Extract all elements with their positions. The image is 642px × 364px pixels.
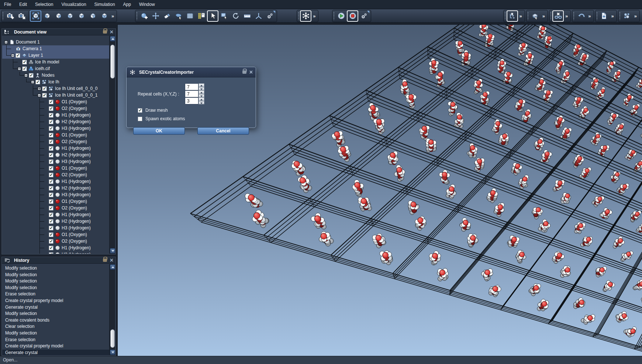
visibility-checkbox[interactable] (15, 53, 20, 58)
document-view-button[interactable] (507, 11, 518, 21)
visibility-checkbox[interactable] (49, 226, 54, 230)
spinbox-value[interactable]: 7 (185, 83, 199, 90)
editor-settings-button[interactable] (265, 11, 275, 21)
visibility-checkbox[interactable] (49, 133, 54, 138)
visibility-checkbox[interactable] (42, 86, 47, 91)
tree-row[interactable]: O2 (Oxygen) (2, 171, 109, 178)
scroll-down-button[interactable] (110, 248, 115, 253)
tree-row[interactable]: O2 (Oxygen) (2, 205, 109, 211)
nanotube-creator-button[interactable] (184, 11, 195, 21)
tree-row[interactable]: H2 (Hydrogen) (2, 218, 109, 225)
hide-selection-button[interactable] (553, 11, 563, 21)
collapse-handle[interactable] (38, 94, 41, 97)
pointer-select-button[interactable] (207, 11, 218, 21)
visibility-checkbox[interactable] (49, 186, 54, 191)
collapse-handle[interactable] (24, 74, 28, 77)
layers-button[interactable] (530, 11, 541, 21)
tree-row[interactable]: H2 (Hydrogen) (2, 185, 109, 191)
repeat-cells-spinbox-y[interactable]: 7 (185, 90, 204, 97)
add-document-button[interactable] (599, 11, 610, 21)
visibility-checkbox[interactable] (49, 179, 54, 184)
tree-row[interactable]: O2 (Oxygen) (2, 138, 109, 145)
view-preset-1-button[interactable] (42, 11, 52, 21)
tree-row[interactable]: Ice Ih Unit cell_0_0_1 (2, 92, 109, 98)
tree-row[interactable]: Ice Ih (2, 79, 109, 85)
axes-tool-button[interactable] (253, 11, 264, 21)
tree-row[interactable]: Layer 1 (2, 52, 109, 59)
history-scrollbar[interactable] (109, 264, 115, 355)
tree-row[interactable]: H3 (Hydrogen) (2, 191, 109, 198)
tree-row[interactable]: H1 (Hydrogen) (2, 112, 109, 118)
undo-button[interactable] (576, 11, 586, 21)
history-item[interactable]: Modify selection (2, 278, 109, 285)
lock-icon[interactable] (103, 30, 107, 34)
spin-down-button[interactable] (199, 87, 204, 91)
expand-handle[interactable] (38, 87, 41, 90)
visibility-checkbox[interactable] (49, 246, 54, 250)
tree-row[interactable]: O2 (Oxygen) (2, 105, 109, 112)
history-item[interactable]: Generate crystal (2, 350, 109, 355)
move-tool-button[interactable] (150, 11, 161, 21)
crystal-importer-button[interactable] (300, 11, 311, 21)
spinbox-value[interactable]: 3 (185, 97, 199, 104)
menu-simulation[interactable]: Simulation (90, 0, 119, 9)
close-icon[interactable]: × (249, 70, 253, 75)
history-item[interactable]: Erase selection (2, 337, 109, 343)
menu-edit[interactable]: Edit (15, 0, 31, 9)
cancel-button[interactable]: Cancel (197, 127, 249, 135)
toolbar-overflow-chevron[interactable]: » (633, 13, 638, 19)
add-atom-button[interactable] (139, 11, 149, 21)
visibility-checkbox[interactable] (49, 252, 54, 254)
visibility-checkbox[interactable] (49, 139, 54, 144)
view-preset-3-button[interactable] (65, 11, 75, 21)
repeat-cells-spinbox-z[interactable]: 3 (185, 97, 204, 104)
visibility-checkbox[interactable] (29, 73, 34, 78)
history-item[interactable]: Modify selection (2, 265, 109, 272)
rotate-tool-button[interactable] (230, 11, 241, 21)
toolbar-overflow-chevron[interactable]: » (110, 13, 115, 19)
collapse-handle[interactable] (4, 41, 8, 44)
history-item[interactable]: Clear selection (2, 323, 109, 330)
view-preset-2-button[interactable] (53, 11, 64, 21)
spawn-exotic-atoms-checkbox[interactable] (138, 117, 142, 121)
dialog-title-bar[interactable]: SECrystalCreatorImporter × (127, 67, 256, 77)
view-preset-5-button[interactable] (87, 11, 98, 21)
toolbar-overflow-chevron[interactable]: » (564, 13, 569, 19)
tree-row[interactable]: H2 (Hydrogen) (2, 251, 109, 254)
visibility-checkbox[interactable] (49, 219, 54, 224)
visibility-checkbox[interactable] (35, 80, 40, 84)
close-icon[interactable]: × (110, 30, 113, 35)
collapse-handle[interactable] (11, 54, 14, 57)
add-camera-button[interactable] (5, 11, 15, 21)
tree-row[interactable]: Document 1 (2, 39, 109, 45)
tree-row[interactable]: O2 (Oxygen) (2, 238, 109, 245)
history-item[interactable]: Create covalent bonds (2, 317, 109, 324)
visibility-checkbox[interactable] (22, 66, 27, 71)
ok-button[interactable]: OK (133, 127, 185, 135)
lock-icon[interactable] (242, 70, 246, 74)
toolbar-overflow-chevron[interactable]: » (311, 13, 317, 19)
tree-row[interactable]: Ice Ih model (2, 59, 109, 65)
visibility-checkbox[interactable] (49, 113, 54, 118)
measure-tool-button[interactable] (242, 11, 252, 21)
menu-file[interactable]: File (0, 0, 15, 9)
collapse-handle[interactable] (18, 67, 21, 70)
tree-row[interactable]: O1 (Oxygen) (2, 132, 109, 138)
menu-selection[interactable]: Selection (31, 0, 57, 9)
menu-app[interactable]: App (119, 0, 135, 9)
tree-row[interactable]: O1 (Oxygen) (2, 198, 109, 205)
visibility-checkbox[interactable] (49, 212, 54, 217)
visibility-checkbox[interactable] (49, 126, 54, 131)
spin-up-button[interactable] (199, 97, 204, 101)
visibility-checkbox[interactable] (49, 106, 54, 111)
toolbar-overflow-chevron[interactable]: » (541, 13, 546, 19)
tree-row[interactable]: H3 (Hydrogen) (2, 225, 109, 231)
tree-row[interactable]: icelh.cif (2, 65, 109, 72)
toolbar-overflow-chevron[interactable]: » (610, 13, 615, 19)
scroll-thumb[interactable] (110, 45, 115, 79)
collapse-handle[interactable] (31, 80, 34, 84)
visibility-checkbox[interactable] (49, 153, 54, 157)
visibility-checkbox[interactable] (49, 239, 54, 244)
tree-row[interactable]: H1 (Hydrogen) (2, 245, 109, 251)
tree-row[interactable]: O1 (Oxygen) (2, 231, 109, 238)
